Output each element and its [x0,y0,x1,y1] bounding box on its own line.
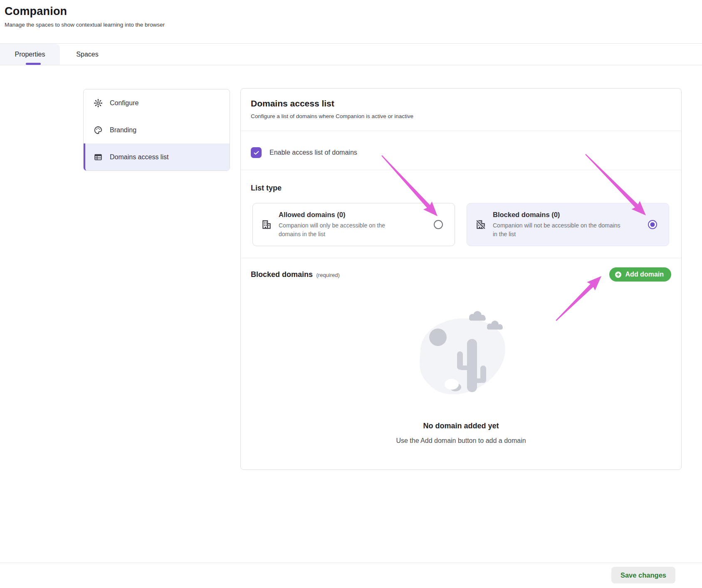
blocked-domains-heading: Blocked domains (required) [251,270,340,279]
companion-settings-page: Companion Manage the spaces to show cont… [0,0,702,588]
sidebar-item-label: Branding [110,126,136,134]
desert-empty-illustration [404,305,518,407]
list-type-heading: List type [251,184,282,193]
allowed-domains-description: Companion will only be accessible on the… [279,221,408,239]
blocked-domains-option[interactable]: Blocked domains (0) Companion will not b… [467,203,669,246]
page-title: Companion [5,5,165,18]
gear-icon [94,99,103,108]
allowed-domains-radio[interactable] [434,220,443,229]
page-header: Companion Manage the spaces to show cont… [5,5,165,28]
add-domain-button[interactable]: Add domain [609,267,671,282]
panel-subtitle: Configure a list of domains where Compan… [251,113,670,119]
plus-circle-icon [614,271,622,279]
sidebar-item-branding[interactable]: Branding [84,116,230,143]
divider [241,258,681,258]
tab-bar: Properties Spaces [0,43,702,65]
empty-state-subtitle: Use the Add domain button to add a domai… [241,437,681,445]
panel-header: Domains access list Configure a list of … [241,89,681,131]
enable-access-label: Enable access list of domains [269,149,357,156]
sidebar-item-label: Configure [110,99,138,107]
blocked-domains-section-header: Blocked domains (required) Add domain [251,267,671,282]
page-subtitle: Manage the spaces to show contextual lea… [5,22,165,28]
palette-icon [94,126,103,135]
tab-spaces-label: Spaces [76,51,98,58]
active-tab-indicator [26,63,41,65]
allowed-domains-text: Allowed domains (0) Companion will only … [279,211,408,239]
building-blocked-icon [475,219,486,230]
blocked-domains-description: Companion will not be accessible on the … [493,221,622,239]
check-icon [253,149,260,156]
blocked-domains-heading-label: Blocked domains [251,270,313,279]
allowed-domains-title: Allowed domains (0) [279,211,408,219]
footer-bar: Save changes [0,563,702,588]
sidebar-item-label: Domains access list [110,153,168,161]
enable-access-checkbox[interactable] [251,147,262,158]
settings-nav-card: Configure Branding [83,89,230,171]
domains-access-panel: Domains access list Configure a list of … [240,88,682,470]
empty-state-title: No domain added yet [241,422,681,430]
divider [241,170,681,170]
tab-properties-label: Properties [15,51,45,58]
enable-access-row: Enable access list of domains [251,147,357,158]
sidebar-item-configure[interactable]: Configure [84,89,230,116]
empty-state: No domain added yet Use the Add domain b… [241,305,681,445]
tab-properties[interactable]: Properties [0,44,60,65]
allowed-domains-option[interactable]: Allowed domains (0) Companion will only … [252,203,455,246]
building-icon [261,219,272,230]
required-label: (required) [316,272,340,278]
add-domain-label: Add domain [625,271,664,278]
sidebar-item-domains-access-list[interactable]: Domains access list [84,143,230,170]
blocked-domains-radio[interactable] [648,220,657,229]
save-changes-button[interactable]: Save changes [611,567,675,583]
panel-title: Domains access list [251,99,670,109]
blocked-domains-text: Blocked domains (0) Companion will not b… [493,211,622,239]
table-icon [94,153,103,162]
tab-spaces[interactable]: Spaces [60,44,115,65]
list-type-options: Allowed domains (0) Companion will only … [252,203,669,246]
blocked-domains-title: Blocked domains (0) [493,211,622,219]
